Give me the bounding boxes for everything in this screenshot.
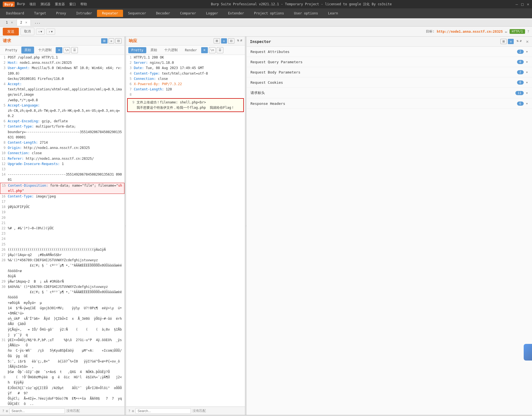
- titlebar-menus: Burp 项目 测试器 重发器 窗口 帮助: [17, 2, 87, 7]
- inspector-close-button[interactable]: ✕: [526, 39, 529, 44]
- repeater-tab-more[interactable]: ...: [31, 19, 44, 26]
- code-line-20: 20: [0, 215, 124, 220]
- close-button[interactable]: ✕: [527, 2, 529, 6]
- inspector-row-body-params[interactable]: Request Body Parameters 2 ▾: [247, 67, 532, 77]
- tab-logger[interactable]: Logger: [201, 10, 223, 17]
- request-format-tabs: Pretty 原始 十六进制 ≡ \n ☰: [0, 45, 124, 55]
- response-search-settings-icon[interactable]: ⚙: [132, 409, 134, 413]
- inspector-row-cookies[interactable]: Request Cookies 0 ▾: [247, 77, 532, 88]
- inspector-filter-icon[interactable]: ⇵: [520, 39, 521, 44]
- inspector-row-response-headers[interactable]: Response Headers 6 ▾: [247, 98, 532, 109]
- response-sort-icon[interactable]: ⇅: [237, 38, 239, 44]
- send-button[interactable]: 发送: [3, 28, 19, 35]
- request-fmt-icon2[interactable]: \n: [63, 47, 70, 53]
- menu-window[interactable]: 窗口: [69, 2, 76, 7]
- tab-user-options[interactable]: User options: [289, 10, 323, 17]
- menu-burp[interactable]: Burp: [17, 2, 25, 7]
- nav-prev-button[interactable]: ‹ ▾: [36, 29, 45, 35]
- code-line-15: 15Content-Disposition: form-data; name="…: [0, 183, 124, 194]
- inspector-count-request-attributes: 2: [517, 50, 524, 54]
- resp-line-2: 2Server: nginx/1.18.0: [126, 60, 245, 65]
- code-line-4: 4Accept:: [0, 82, 124, 87]
- resp-line-5: 5Connection: close: [126, 76, 245, 82]
- response-filter-icon[interactable]: ⇵: [240, 38, 242, 44]
- code-line-24: 24: [0, 236, 124, 242]
- response-search-input[interactable]: [135, 408, 191, 414]
- cancel-button[interactable]: 取消: [21, 28, 34, 35]
- request-fmt-hex[interactable]: 十六进制: [35, 47, 55, 54]
- code-line-26: 26((((((((((((((((((((((((((((((((((((((…: [0, 247, 124, 252]
- response-fmt-hex[interactable]: 十六进制: [161, 47, 181, 54]
- request-view-split[interactable]: ⊞: [101, 38, 108, 44]
- inspector-header: Inspector ⊞ ≡ ⇅ ⇵ ✕: [247, 37, 532, 47]
- tab-extender[interactable]: Extender: [223, 10, 249, 17]
- repeater-tab-2[interactable]: 2 ×: [17, 19, 31, 26]
- minimize-button[interactable]: —: [516, 2, 518, 6]
- repeater-tab-1-close[interactable]: ×: [11, 21, 13, 24]
- resp-line-9b: 我不想要这个特洛伊文件，给我一个flag.php 我就给你Flag！: [129, 105, 242, 110]
- request-search-settings-icon[interactable]: ⚙: [6, 409, 8, 413]
- target-info: 目标: http://node1.anna.nssctf.cn:28325 ✏ …: [426, 29, 529, 34]
- inspector-row-request-attributes[interactable]: Request Attributes 2 ▾: [247, 47, 532, 57]
- response-view-vertical[interactable]: ⊟: [228, 38, 234, 44]
- inspector-row-request-headers[interactable]: 请求标头 11 ▾: [247, 88, 532, 98]
- tab-learn[interactable]: Learn: [323, 10, 343, 17]
- request-fmt-icon1[interactable]: ≡: [56, 47, 62, 53]
- request-view-horizontal[interactable]: ≡: [109, 38, 114, 44]
- request-view-vertical[interactable]: ⊟: [115, 38, 122, 44]
- response-fmt-render[interactable]: Render: [182, 47, 200, 53]
- code-line-17: 17: [0, 199, 124, 204]
- tab-proxy[interactable]: Proxy: [51, 10, 71, 17]
- resp-line-6: 6X-Powered-By: PHP/7.3.22: [126, 82, 245, 87]
- inspector-view-btn1[interactable]: ⊞: [500, 39, 507, 44]
- inspector-arrow-5: ▾: [526, 101, 528, 106]
- response-no-match: 没有匹配: [193, 409, 206, 413]
- target-edit-icon[interactable]: ✏: [505, 29, 507, 34]
- response-code-area[interactable]: 1HTTP/1.1 200 OK 2Server: nginx/1.18.0 3…: [126, 55, 245, 407]
- repeater-tab-2-close[interactable]: ×: [25, 21, 27, 24]
- tab-project-options[interactable]: Project options: [249, 10, 289, 17]
- response-view-split[interactable]: ⊞: [214, 38, 220, 44]
- menu-resender[interactable]: 重发器: [55, 2, 65, 7]
- request-code-area[interactable]: 1POST /upload.php HTTP/1.1 2Host: node1.…: [0, 55, 124, 407]
- inspector-label-cookies: Request Cookies: [250, 80, 283, 85]
- inspector-view-btn2[interactable]: ≡: [508, 39, 513, 44]
- tab-sequencer[interactable]: Sequencer: [123, 10, 151, 17]
- menu-help[interactable]: 帮助: [80, 2, 87, 7]
- response-bottom-bar: ? ⚙ 没有匹配: [126, 407, 245, 415]
- tab-decoder[interactable]: Decoder: [151, 10, 175, 17]
- menu-project[interactable]: 项目: [29, 2, 36, 7]
- maximize-button[interactable]: □: [521, 2, 523, 6]
- response-format-tabs: Pretty 原始 十六进制 Render ≡ \n ☰: [126, 45, 245, 55]
- response-fmt-raw[interactable]: 原始: [147, 47, 160, 54]
- http-help-icon[interactable]: ?: [527, 30, 529, 34]
- request-search-help-icon[interactable]: ?: [2, 409, 4, 413]
- code-line-31d: þSø Ôþ¯-ûIÿ¯-@é ¯s•Ao$ t ,QXG 4 NÖKk.þÛû…: [0, 369, 124, 375]
- tab-repeater[interactable]: Repeater: [97, 10, 123, 17]
- tab-target[interactable]: Target: [29, 10, 51, 17]
- response-fmt-pretty[interactable]: Pretty: [128, 47, 146, 53]
- http-version-badge: HTTP/1: [510, 29, 525, 34]
- response-fmt-icon1[interactable]: ≡: [201, 47, 208, 53]
- response-view-horizontal[interactable]: ≡: [221, 38, 227, 44]
- window-controls[interactable]: — □ ✕: [516, 2, 529, 6]
- repeater-tab-1[interactable]: 1 ×: [2, 19, 17, 26]
- menu-tester[interactable]: 测试器: [40, 2, 50, 7]
- response-fmt-icon3[interactable]: ☰: [217, 47, 223, 53]
- inspector-sort-icon[interactable]: ⇅: [516, 39, 518, 44]
- response-fmt-icon2[interactable]: \n: [209, 47, 216, 53]
- tab-comparer[interactable]: Comparer: [175, 10, 201, 17]
- resp-line-9: 9文件上传成功！filename: shell.php<br>: [129, 100, 242, 105]
- request-fmt-icon3[interactable]: ☰: [71, 47, 78, 53]
- tab-intruder[interactable]: Intruder: [71, 10, 97, 17]
- inspector-row-query-params[interactable]: Request Query Parameters 0 ▾: [247, 57, 532, 67]
- code-line-8: 8Content-Length: 2714: [0, 140, 124, 145]
- code-line-3b: Gecko/20100101 Firefox/116.0: [0, 76, 124, 82]
- resp-line-1: 1HTTP/1.1 200 OK: [126, 55, 245, 60]
- request-fmt-pretty[interactable]: Pretty: [2, 47, 20, 53]
- request-fmt-raw[interactable]: 原始: [21, 47, 34, 54]
- tab-dashboard[interactable]: Dashboard: [1, 10, 29, 17]
- response-search-help-icon[interactable]: ?: [128, 409, 130, 413]
- request-search-input[interactable]: [9, 408, 65, 414]
- nav-next-button[interactable]: › ▾: [46, 29, 55, 35]
